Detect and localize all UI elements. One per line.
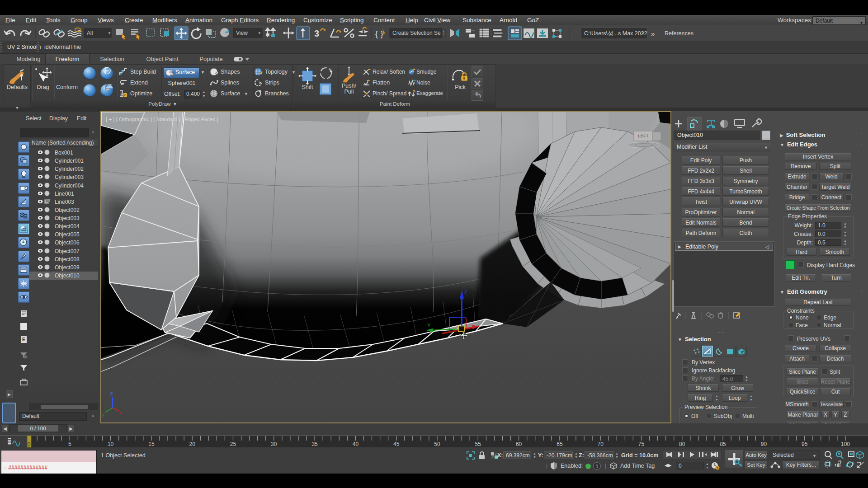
svg-text:80: 80: [679, 441, 685, 447]
svg-text:»: »: [651, 30, 655, 38]
svg-text:90: 90: [761, 441, 767, 447]
svg-text:30: 30: [271, 441, 277, 447]
svg-text:▼: ▼: [108, 31, 111, 35]
svg-text:{ }: { }: [375, 29, 383, 38]
svg-text:Y: Y: [427, 323, 431, 328]
svg-text:100: 100: [841, 441, 850, 447]
svg-text:▼: ▼: [641, 32, 645, 36]
svg-text:60: 60: [516, 441, 522, 447]
svg-text:Z: Z: [110, 391, 113, 396]
svg-text:All: All: [87, 30, 93, 36]
svg-text:45: 45: [393, 441, 400, 447]
svg-text:50: 50: [434, 441, 440, 447]
svg-text:10: 10: [108, 441, 114, 447]
svg-text:55: 55: [475, 441, 481, 447]
svg-text:15: 15: [148, 441, 155, 447]
svg-text:35: 35: [311, 441, 318, 447]
svg-text:25: 25: [230, 441, 236, 447]
svg-text:95: 95: [802, 441, 808, 447]
svg-text:65: 65: [557, 441, 563, 447]
svg-text:C:\Users\성...s Max 2022: C:\Users\성...s Max 2022: [584, 30, 647, 37]
svg-text:View: View: [236, 30, 248, 36]
svg-text:20: 20: [189, 441, 196, 447]
svg-text:3: 3: [314, 28, 319, 38]
svg-text:y: y: [102, 413, 104, 417]
svg-text:References: References: [665, 30, 693, 37]
svg-text:▼: ▼: [258, 31, 261, 35]
svg-text:[ + ] [ Orthographic ] [ Stand: [ + ] [ Orthographic ] [ Standard ] [ Ed…: [106, 117, 218, 122]
svg-text:5: 5: [68, 441, 71, 447]
svg-text:x: x: [120, 411, 122, 415]
svg-text:75: 75: [638, 441, 645, 447]
svg-text:85: 85: [720, 441, 726, 447]
svg-text:E: E: [22, 337, 25, 342]
svg-text:40: 40: [353, 441, 359, 447]
svg-text:LEFT: LEFT: [638, 133, 648, 138]
svg-text:Z: Z: [464, 290, 467, 295]
svg-text:70: 70: [598, 441, 604, 447]
svg-text:0: 0: [28, 441, 31, 448]
svg-text:Create Selection Se⋮: Create Selection Se⋮: [392, 30, 446, 36]
